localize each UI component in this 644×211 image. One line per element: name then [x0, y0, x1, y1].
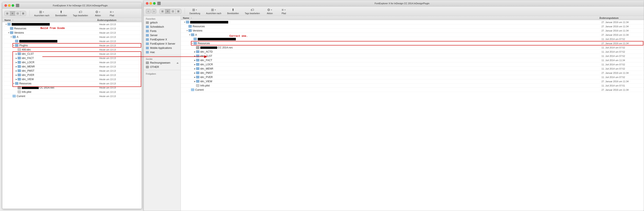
- table-row[interactable]: Resources Heute um 13:13: [2, 26, 142, 31]
- table-row[interactable]: A 27. Januar 2016 um 11:34: [181, 33, 644, 37]
- eject-icon[interactable]: ⏏: [176, 62, 178, 64]
- table-row[interactable]: Resources 27. Januar 2016 um 11:34: [181, 41, 644, 45]
- expand-triangle[interactable]: [194, 76, 196, 78]
- left-window-buttons[interactable]: [4, 4, 14, 7]
- expand-triangle[interactable]: [183, 21, 186, 23]
- right-window-buttons[interactable]: [146, 2, 156, 5]
- maximize-button[interactable]: [12, 4, 14, 7]
- table-row[interactable]: idrc_VIEW 27. Januar 2016 um 11:34: [181, 79, 644, 83]
- aktion-button[interactable]: ⚙ ▼ Aktion: [93, 9, 103, 17]
- ausrichten-button-right[interactable]: ⊞ ▼ Ausrichten nach: [205, 7, 223, 15]
- darstellung-button[interactable]: ⊞ ▼ Darstellung: [188, 7, 202, 15]
- sidebar-item-fonts[interactable]: Fonts: [144, 29, 180, 33]
- sidebar-item-mobile[interactable]: Mobile Applications: [144, 46, 180, 50]
- grid-view-btn[interactable]: ⊞: [5, 11, 10, 16]
- expand-triangle[interactable]: [186, 29, 188, 32]
- aktion-button-right[interactable]: ⚙ ▼ Aktion: [264, 7, 275, 15]
- table-row[interactable]: idrc_LOCR 11. Juli 2014 um 07:52: [181, 62, 644, 67]
- table-row[interactable]: A Heute um 13:13: [2, 35, 142, 39]
- expand-triangle[interactable]: [15, 57, 18, 59]
- table-row[interactable]: PlugIns Heute um 13:13: [2, 43, 142, 48]
- table-row[interactable]: idrc_FACT Heute um 13:13: [2, 56, 142, 60]
- minimize-button-right[interactable]: [150, 2, 152, 5]
- name-column-header[interactable]: Name ↑: [4, 19, 97, 21]
- expand-triangle[interactable]: [15, 61, 18, 64]
- date-column-header-right[interactable]: Änderungsdatum: [599, 17, 642, 19]
- close-button[interactable]: [4, 4, 7, 7]
- expand-triangle[interactable]: [194, 67, 196, 70]
- table-row[interactable]: idrc_PVER 11. Juli 2014 um 07:52: [181, 75, 644, 79]
- expand-triangle[interactable]: [194, 55, 196, 57]
- table-row[interactable]: Heute um 13:13: [2, 22, 142, 26]
- table-row[interactable]: 11. Juli 2014 um 07:52: [181, 37, 644, 41]
- table-row[interactable]: idrc_PVER Heute um 13:13: [2, 73, 142, 77]
- list-view-btn-right[interactable]: ≡: [165, 9, 170, 13]
- table-row[interactable]: idrc_FACT 11. Juli 2014 um 11:34: [181, 58, 644, 62]
- expand-triangle[interactable]: [15, 74, 18, 76]
- expand-triangle[interactable]: [5, 23, 8, 25]
- pfad-button[interactable]: ≡ ▼ Pfad: [107, 10, 117, 17]
- expand-triangle[interactable]: [15, 53, 18, 55]
- bereitstellen-button[interactable]: ⬆ Bereitstellen: [54, 9, 68, 17]
- table-row[interactable]: Info.plist 11. Juli 2014 um 07:51: [181, 83, 644, 88]
- right-file-list[interactable]: Name ↑ Änderungsdatum 27. Januar 2016: [181, 16, 644, 211]
- table-row[interactable]: Current Heute um 13:13: [2, 94, 142, 98]
- expand-triangle[interactable]: [8, 31, 10, 34]
- cover-view-btn-right[interactable]: ⊠: [176, 9, 181, 13]
- expand-triangle[interactable]: [15, 65, 18, 68]
- expand-triangle[interactable]: [12, 82, 15, 85]
- sidebar-item-fontexplorer[interactable]: FontExplorer X: [144, 37, 180, 42]
- expand-triangle[interactable]: [194, 59, 196, 61]
- table-row[interactable]: idrc_VIEW Heute um 13:13: [2, 77, 142, 81]
- table-row[interactable]: idrc_PMST 27. Januar 2016 um 11:34: [181, 71, 644, 75]
- table-row[interactable]: Versions Heute um 13:13: [2, 31, 142, 35]
- forward-button[interactable]: ›: [152, 9, 156, 13]
- expand-triangle[interactable]: [10, 36, 12, 38]
- expand-triangle[interactable]: [15, 70, 18, 72]
- table-row[interactable]: idrc_ACTD 11. Juli 2014 um 07:52: [181, 50, 644, 54]
- table-row[interactable]: Resources Heute um 13:13: [2, 81, 142, 86]
- table-row[interactable]: 400.idrc Heute um 13:13: [2, 48, 142, 52]
- expand-triangle[interactable]: [15, 78, 18, 81]
- grid-view-btn-right[interactable]: ⊞: [160, 9, 165, 13]
- view-switcher-right[interactable]: ⊞ ≡ ⊟ ⊠: [160, 9, 181, 14]
- table-row[interactable]: 27. Januar 2016 um 11:34: [181, 20, 644, 24]
- column-view-btn-right[interactable]: ⊟: [170, 9, 176, 13]
- table-row[interactable]: idrc_MENR 11. Juli 2014 um 07:52: [181, 67, 644, 71]
- tags-button-right[interactable]: 🏷 Tags bearbeiten: [244, 7, 261, 15]
- expand-triangle[interactable]: [194, 72, 196, 74]
- expand-triangle[interactable]: [12, 44, 15, 47]
- sidebar-item-schreibtisch[interactable]: Schreibtisch: [144, 25, 180, 29]
- minimize-button[interactable]: [8, 4, 10, 7]
- table-row[interactable]: Heute um 13:13: [2, 39, 142, 43]
- expand-triangle[interactable]: [194, 50, 196, 53]
- table-row[interactable]: idrc_PMST Heute um 13:13: [2, 69, 142, 73]
- sidebar-item-fontexplorer-server[interactable]: FontExplorer X Server: [144, 42, 180, 46]
- table-row[interactable]: idrc_LOCR Heute um 13:13: [2, 60, 142, 64]
- sidebar-item-rechnungswesen[interactable]: Rechnungswesen ⏏: [144, 61, 180, 65]
- left-file-list[interactable]: Heute um 13:13 Resources Heute um 13:13: [2, 22, 142, 209]
- expand-triangle[interactable]: [194, 80, 196, 83]
- back-button[interactable]: ‹: [146, 9, 151, 13]
- name-column-header-right[interactable]: Name ↑: [183, 17, 599, 19]
- pfad-button-right[interactable]: ≡ ▼ Pfad: [278, 7, 289, 15]
- tags-button[interactable]: 🏷 Tags bearbeiten: [72, 10, 89, 17]
- table-row[interactable]: idrc_CLST 11. Juli 2014 um 07:52: [181, 54, 644, 58]
- bereitstellen-button-right[interactable]: ⬆ Bereitstellen: [226, 7, 240, 15]
- table-row[interactable]: Versions 27. Januar 2016 um 11:34: [181, 28, 644, 33]
- table-row[interactable]: Current 27. Januar 2016 um 11:34: [181, 88, 644, 92]
- cover-view-btn[interactable]: ⊠: [20, 11, 26, 16]
- expand-triangle[interactable]: [194, 63, 196, 66]
- table-row[interactable]: CC 2014.rsrc Heute um 13:13: [2, 86, 142, 90]
- table-row[interactable]: CC 2014.rsrc 11. Juli 2014 um 07:52: [181, 45, 644, 50]
- expand-triangle[interactable]: [191, 42, 194, 45]
- close-button-right[interactable]: [146, 2, 148, 5]
- column-view-btn[interactable]: ⊟: [15, 11, 20, 16]
- table-row[interactable]: idrc_CLST Heute um 13:13: [2, 52, 142, 56]
- table-row[interactable]: Resources 27. Januar 2016 um 11:34: [181, 24, 644, 28]
- expand-triangle[interactable]: [188, 34, 191, 36]
- sidebar-item-server[interactable]: Server: [144, 33, 180, 37]
- sidebar-item-other[interactable]: OTHER: [144, 65, 180, 69]
- sidebar-item-gritsch[interactable]: gritsch: [144, 20, 180, 25]
- ausrichten-button[interactable]: ⊞ ▼ Ausrichten nach: [33, 9, 51, 17]
